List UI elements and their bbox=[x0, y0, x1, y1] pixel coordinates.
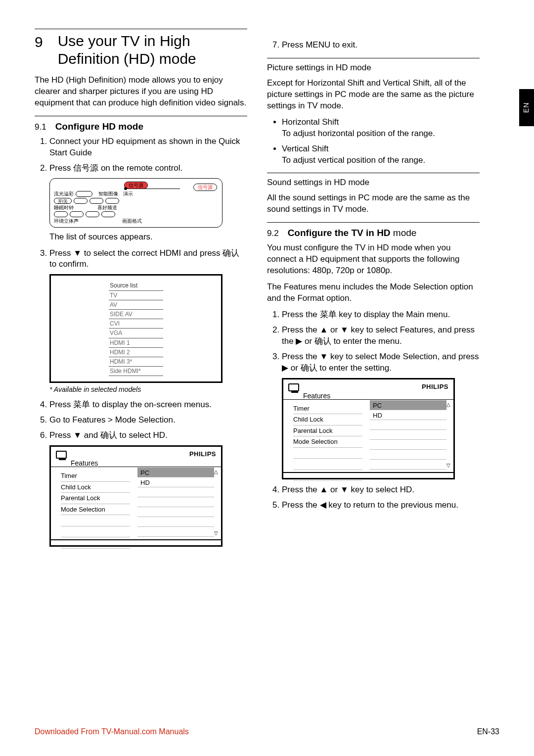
steps-9-1-cont2: Press 菜单 to display the on-screen menus.… bbox=[35, 399, 247, 441]
osd-item: Child Lock bbox=[293, 414, 362, 425]
step-9-2-5: Press the ◀ key to return to the previou… bbox=[282, 500, 480, 511]
osd-option: HD bbox=[370, 410, 446, 420]
p-9-2-2: The Features menu includes the Mode Sele… bbox=[267, 282, 480, 304]
source-item: CVI bbox=[109, 319, 163, 329]
section-title: Configure the TV in HD mode bbox=[288, 227, 417, 239]
sound-settings-body: All the sound settings in PC mode are th… bbox=[267, 192, 480, 215]
section-number: 9.1 bbox=[35, 122, 46, 133]
steps-9-2-cont: Press the ▲ or ▼ key to select HD. Press… bbox=[267, 484, 480, 511]
page-content: 9 Use your TV in High Definition (HD) mo… bbox=[35, 29, 499, 549]
page-number: EN-33 bbox=[477, 726, 499, 737]
osd-item: Mode Selection bbox=[293, 436, 362, 448]
section-9-2-heading: 9.2 Configure the TV in HD mode bbox=[267, 222, 480, 239]
language-tab: EN bbox=[519, 89, 534, 126]
picture-settings-heading: Picture settings in HD mode bbox=[267, 58, 480, 74]
steps-9-1-cont: Press ▼ to select the correct HDMI and p… bbox=[35, 248, 247, 271]
vertical-shift: Vertical Shift To adjust vertical positi… bbox=[282, 143, 480, 166]
step-3: Press ▼ to select the correct HDMI and p… bbox=[49, 248, 247, 271]
download-source: Downloaded From TV-Manual.com Manuals bbox=[35, 726, 189, 737]
after-remote-text: The list of sources appears. bbox=[49, 232, 247, 243]
section-9-1-heading: 9.1 Configure HD mode bbox=[35, 116, 247, 133]
osd-features-right: PHILIPS Features Timer Child Lock Parent… bbox=[282, 378, 455, 479]
scroll-down-icon: ▽ bbox=[214, 530, 218, 537]
section-title: Configure HD mode bbox=[55, 120, 143, 133]
osd-item: Mode Selection bbox=[61, 504, 130, 516]
brand-label: PHILIPS bbox=[422, 382, 448, 391]
scroll-up-icon: △ bbox=[446, 401, 450, 408]
horizontal-shift: Horizontal Shift To adjust horizontal po… bbox=[282, 117, 480, 140]
osd-item: Timer bbox=[61, 471, 130, 482]
shift-list: Horizontal Shift To adjust horizontal po… bbox=[267, 117, 480, 166]
source-list-screen: Source list TV AV SIDE AV CVI VGA HDMI 1… bbox=[49, 274, 222, 383]
source-item: SIDE AV bbox=[109, 310, 163, 319]
source-list-header: Source list bbox=[109, 281, 163, 290]
source-item: TV bbox=[109, 291, 163, 300]
osd-item: Parental Lock bbox=[61, 493, 130, 504]
source-item: AV bbox=[109, 300, 163, 310]
steps-9-1: Connect your HD equipment as shown in th… bbox=[35, 136, 247, 174]
tv-icon bbox=[56, 451, 67, 459]
source-item: HDMI 1 bbox=[109, 338, 163, 348]
intro-paragraph: The HD (High Definition) mode allows you… bbox=[35, 75, 247, 109]
source-list: Source list TV AV SIDE AV CVI VGA HDMI 1… bbox=[109, 281, 163, 376]
osd-option-selected: PC bbox=[137, 468, 214, 477]
source-item: Side HDMI* bbox=[109, 367, 163, 376]
chapter-number: 9 bbox=[35, 32, 43, 52]
step-2: Press 信号源 on the remote control. bbox=[49, 163, 247, 174]
source-item: VGA bbox=[109, 329, 163, 338]
sound-settings-heading: Sound settings in HD mode bbox=[267, 173, 480, 189]
note-selected-models: * Available in selected models bbox=[49, 385, 247, 394]
step-9-2-1: Press the 菜单 key to display the Main men… bbox=[282, 309, 480, 321]
source-item: HDMI 2 bbox=[109, 348, 163, 357]
brand-label: PHILIPS bbox=[189, 450, 216, 459]
picture-settings-body: Except for Horizontal Shift and Vertical… bbox=[267, 78, 480, 112]
step-4: Press 菜单 to display the on-screen menus. bbox=[49, 399, 247, 411]
osd-item: Parental Lock bbox=[293, 425, 362, 437]
osd-option-selected: PC bbox=[370, 400, 446, 410]
osd-item: Timer bbox=[293, 403, 362, 415]
source-item: HDMI 3* bbox=[109, 357, 163, 367]
osd-item bbox=[61, 515, 130, 526]
osd-item bbox=[61, 526, 130, 538]
step-6: Press ▼ and 确认 to select HD. bbox=[49, 430, 247, 441]
osd-right-items: PC HD bbox=[137, 468, 214, 537]
p-9-2-1: You must configure the TV in HD mode whe… bbox=[267, 242, 480, 277]
step-9-2-3: Press the ▼ key to select Mode Selection… bbox=[282, 351, 480, 374]
left-column: 9 Use your TV in High Definition (HD) mo… bbox=[35, 29, 247, 549]
tv-icon bbox=[288, 383, 299, 391]
chapter-title: Use your TV in High Definition (HD) mode bbox=[58, 32, 247, 68]
scroll-up-icon: △ bbox=[214, 469, 218, 475]
chapter-heading: 9 Use your TV in High Definition (HD) mo… bbox=[35, 29, 247, 68]
osd-left-items: Timer Child Lock Parental Lock Mode Sele… bbox=[293, 403, 362, 481]
page-footer: Downloaded From TV-Manual.com Manuals EN… bbox=[35, 726, 499, 737]
remote-diagram: 信号源 流光溢彩 智能图像 演示 开/关 睡眠时钟 喜好频道 bbox=[49, 178, 222, 228]
step-1: Connect your HD equipment as shown in th… bbox=[49, 136, 247, 159]
steps-9-2: Press the 菜单 key to display the Main men… bbox=[267, 309, 480, 374]
scroll-down-icon: ▽ bbox=[446, 462, 450, 469]
osd-left-items: Timer Child Lock Parental Lock Mode Sele… bbox=[61, 471, 130, 549]
step-9-2-4: Press the ▲ or ▼ key to select HD. bbox=[282, 484, 480, 496]
section-number: 9.2 bbox=[267, 228, 279, 239]
osd-option: HD bbox=[137, 477, 214, 487]
right-column: Press MENU to exit. Picture settings in … bbox=[267, 29, 480, 549]
remote-callout: 信号源 bbox=[193, 184, 217, 191]
osd-item: Child Lock bbox=[61, 482, 130, 493]
step-9-2-2: Press the ▲ or ▼ key to select Features,… bbox=[282, 325, 480, 347]
steps-9-1-end: Press MENU to exit. bbox=[267, 40, 480, 51]
osd-features-left: PHILIPS Features Timer Child Lock Parent… bbox=[49, 445, 222, 547]
osd-right-items: PC HD bbox=[370, 400, 446, 470]
step-7: Press MENU to exit. bbox=[282, 40, 480, 51]
step-5: Go to Features > Mode Selection. bbox=[49, 415, 247, 426]
